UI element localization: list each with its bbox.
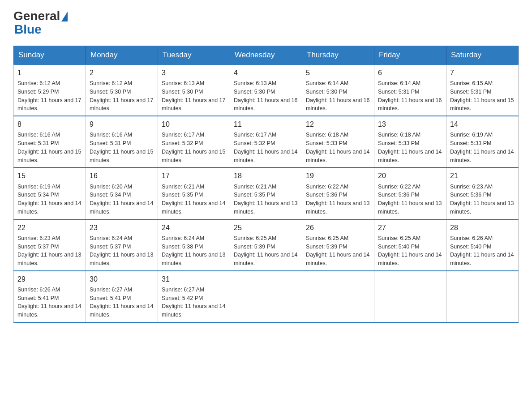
calendar-cell: 11Sunrise: 6:17 AMSunset: 5:32 PMDayligh… bbox=[230, 116, 302, 167]
calendar-cell: 16Sunrise: 6:20 AMSunset: 5:34 PMDayligh… bbox=[86, 167, 158, 219]
calendar-cell: 18Sunrise: 6:21 AMSunset: 5:35 PMDayligh… bbox=[230, 167, 302, 219]
day-info: Sunrise: 6:13 AMSunset: 5:30 PMDaylight:… bbox=[234, 79, 298, 113]
calendar-cell: 25Sunrise: 6:25 AMSunset: 5:39 PMDayligh… bbox=[230, 219, 302, 271]
day-info: Sunrise: 6:16 AMSunset: 5:31 PMDaylight:… bbox=[90, 131, 154, 164]
day-info: Sunrise: 6:18 AMSunset: 5:33 PMDaylight:… bbox=[378, 131, 442, 164]
calendar-cell: 8Sunrise: 6:16 AMSunset: 5:31 PMDaylight… bbox=[14, 116, 86, 167]
day-number: 19 bbox=[306, 171, 370, 181]
day-info: Sunrise: 6:21 AMSunset: 5:35 PMDaylight:… bbox=[234, 183, 298, 216]
day-number: 11 bbox=[234, 119, 298, 129]
day-info: Sunrise: 6:24 AMSunset: 5:37 PMDaylight:… bbox=[90, 234, 154, 268]
logo: General Blue bbox=[13, 9, 68, 37]
calendar-cell: 1Sunrise: 6:12 AMSunset: 5:29 PMDaylight… bbox=[14, 64, 86, 116]
calendar-cell: 7Sunrise: 6:15 AMSunset: 5:31 PMDaylight… bbox=[446, 64, 519, 116]
calendar-cell: 12Sunrise: 6:18 AMSunset: 5:33 PMDayligh… bbox=[302, 116, 374, 167]
logo-triangle-icon bbox=[61, 12, 68, 21]
calendar-cell: 21Sunrise: 6:23 AMSunset: 5:36 PMDayligh… bbox=[446, 167, 519, 219]
day-number: 17 bbox=[162, 171, 226, 181]
calendar-cell bbox=[446, 271, 519, 322]
calendar-cell: 13Sunrise: 6:18 AMSunset: 5:33 PMDayligh… bbox=[374, 116, 446, 167]
day-info: Sunrise: 6:26 AMSunset: 5:40 PMDaylight:… bbox=[450, 234, 515, 268]
calendar-cell bbox=[374, 271, 446, 322]
day-number: 6 bbox=[378, 68, 442, 78]
day-info: Sunrise: 6:23 AMSunset: 5:37 PMDaylight:… bbox=[17, 234, 82, 268]
day-number: 30 bbox=[90, 274, 154, 284]
day-info: Sunrise: 6:22 AMSunset: 5:36 PMDaylight:… bbox=[306, 183, 370, 216]
day-number: 13 bbox=[378, 119, 442, 129]
calendar-header-tuesday: Tuesday bbox=[158, 46, 230, 65]
day-number: 20 bbox=[378, 171, 442, 181]
day-number: 24 bbox=[162, 223, 226, 233]
calendar-week-4: 22Sunrise: 6:23 AMSunset: 5:37 PMDayligh… bbox=[14, 219, 519, 271]
calendar-header-friday: Friday bbox=[374, 46, 446, 65]
calendar-cell: 27Sunrise: 6:25 AMSunset: 5:40 PMDayligh… bbox=[374, 219, 446, 271]
day-number: 8 bbox=[17, 119, 82, 129]
logo-general-text: General bbox=[13, 9, 60, 23]
calendar-cell: 3Sunrise: 6:13 AMSunset: 5:30 PMDaylight… bbox=[158, 64, 230, 116]
day-number: 3 bbox=[162, 68, 226, 78]
calendar-cell: 17Sunrise: 6:21 AMSunset: 5:35 PMDayligh… bbox=[158, 167, 230, 219]
logo-blue-text: Blue bbox=[14, 22, 42, 37]
day-number: 25 bbox=[234, 223, 298, 233]
calendar-cell: 9Sunrise: 6:16 AMSunset: 5:31 PMDaylight… bbox=[86, 116, 158, 167]
day-number: 27 bbox=[378, 223, 442, 233]
day-number: 31 bbox=[162, 274, 226, 284]
calendar-cell: 24Sunrise: 6:24 AMSunset: 5:38 PMDayligh… bbox=[158, 219, 230, 271]
calendar-cell: 23Sunrise: 6:24 AMSunset: 5:37 PMDayligh… bbox=[86, 219, 158, 271]
day-info: Sunrise: 6:26 AMSunset: 5:41 PMDaylight:… bbox=[17, 286, 82, 319]
calendar-header-thursday: Thursday bbox=[302, 46, 374, 65]
day-number: 9 bbox=[90, 119, 154, 129]
day-info: Sunrise: 6:22 AMSunset: 5:36 PMDaylight:… bbox=[378, 183, 442, 216]
day-info: Sunrise: 6:17 AMSunset: 5:32 PMDaylight:… bbox=[234, 131, 298, 164]
day-info: Sunrise: 6:27 AMSunset: 5:41 PMDaylight:… bbox=[90, 286, 154, 319]
calendar-cell: 2Sunrise: 6:12 AMSunset: 5:30 PMDaylight… bbox=[86, 64, 158, 116]
calendar-cell: 6Sunrise: 6:14 AMSunset: 5:31 PMDaylight… bbox=[374, 64, 446, 116]
day-info: Sunrise: 6:23 AMSunset: 5:36 PMDaylight:… bbox=[450, 183, 515, 216]
day-info: Sunrise: 6:25 AMSunset: 5:39 PMDaylight:… bbox=[234, 234, 298, 268]
day-number: 23 bbox=[90, 223, 154, 233]
calendar-week-3: 15Sunrise: 6:19 AMSunset: 5:34 PMDayligh… bbox=[14, 167, 519, 219]
page-header: General Blue bbox=[13, 9, 519, 37]
calendar-cell bbox=[302, 271, 374, 322]
day-number: 18 bbox=[234, 171, 298, 181]
day-number: 28 bbox=[450, 223, 515, 233]
day-number: 16 bbox=[90, 171, 154, 181]
calendar-header-saturday: Saturday bbox=[446, 46, 519, 65]
day-number: 14 bbox=[450, 119, 515, 129]
day-number: 4 bbox=[234, 68, 298, 78]
day-info: Sunrise: 6:19 AMSunset: 5:33 PMDaylight:… bbox=[450, 131, 515, 164]
day-info: Sunrise: 6:25 AMSunset: 5:39 PMDaylight:… bbox=[306, 234, 370, 268]
calendar-table: SundayMondayTuesdayWednesdayThursdayFrid… bbox=[13, 46, 519, 323]
calendar-week-1: 1Sunrise: 6:12 AMSunset: 5:29 PMDaylight… bbox=[14, 64, 519, 116]
day-info: Sunrise: 6:12 AMSunset: 5:30 PMDaylight:… bbox=[90, 79, 154, 113]
day-number: 15 bbox=[17, 171, 82, 181]
day-info: Sunrise: 6:13 AMSunset: 5:30 PMDaylight:… bbox=[162, 79, 226, 113]
day-number: 1 bbox=[17, 68, 82, 78]
day-info: Sunrise: 6:18 AMSunset: 5:33 PMDaylight:… bbox=[306, 131, 370, 164]
calendar-cell: 20Sunrise: 6:22 AMSunset: 5:36 PMDayligh… bbox=[374, 167, 446, 219]
day-info: Sunrise: 6:17 AMSunset: 5:32 PMDaylight:… bbox=[162, 131, 226, 164]
calendar-header-sunday: Sunday bbox=[14, 46, 86, 65]
day-info: Sunrise: 6:19 AMSunset: 5:34 PMDaylight:… bbox=[17, 183, 82, 216]
day-info: Sunrise: 6:21 AMSunset: 5:35 PMDaylight:… bbox=[162, 183, 226, 216]
calendar-week-2: 8Sunrise: 6:16 AMSunset: 5:31 PMDaylight… bbox=[14, 116, 519, 167]
day-info: Sunrise: 6:25 AMSunset: 5:40 PMDaylight:… bbox=[378, 234, 442, 268]
day-number: 12 bbox=[306, 119, 370, 129]
calendar-header-wednesday: Wednesday bbox=[230, 46, 302, 65]
calendar-cell: 10Sunrise: 6:17 AMSunset: 5:32 PMDayligh… bbox=[158, 116, 230, 167]
calendar-header-monday: Monday bbox=[86, 46, 158, 65]
calendar-cell: 19Sunrise: 6:22 AMSunset: 5:36 PMDayligh… bbox=[302, 167, 374, 219]
day-number: 7 bbox=[450, 68, 515, 78]
calendar-cell: 29Sunrise: 6:26 AMSunset: 5:41 PMDayligh… bbox=[14, 271, 86, 322]
day-info: Sunrise: 6:24 AMSunset: 5:38 PMDaylight:… bbox=[162, 234, 226, 268]
day-number: 10 bbox=[162, 119, 226, 129]
calendar-cell: 14Sunrise: 6:19 AMSunset: 5:33 PMDayligh… bbox=[446, 116, 519, 167]
day-info: Sunrise: 6:16 AMSunset: 5:31 PMDaylight:… bbox=[17, 131, 82, 164]
calendar-cell: 5Sunrise: 6:14 AMSunset: 5:30 PMDaylight… bbox=[302, 64, 374, 116]
day-number: 29 bbox=[17, 274, 82, 284]
calendar-cell: 28Sunrise: 6:26 AMSunset: 5:40 PMDayligh… bbox=[446, 219, 519, 271]
day-info: Sunrise: 6:14 AMSunset: 5:30 PMDaylight:… bbox=[306, 79, 370, 113]
calendar-week-5: 29Sunrise: 6:26 AMSunset: 5:41 PMDayligh… bbox=[14, 271, 519, 322]
day-number: 26 bbox=[306, 223, 370, 233]
day-info: Sunrise: 6:15 AMSunset: 5:31 PMDaylight:… bbox=[450, 79, 515, 113]
